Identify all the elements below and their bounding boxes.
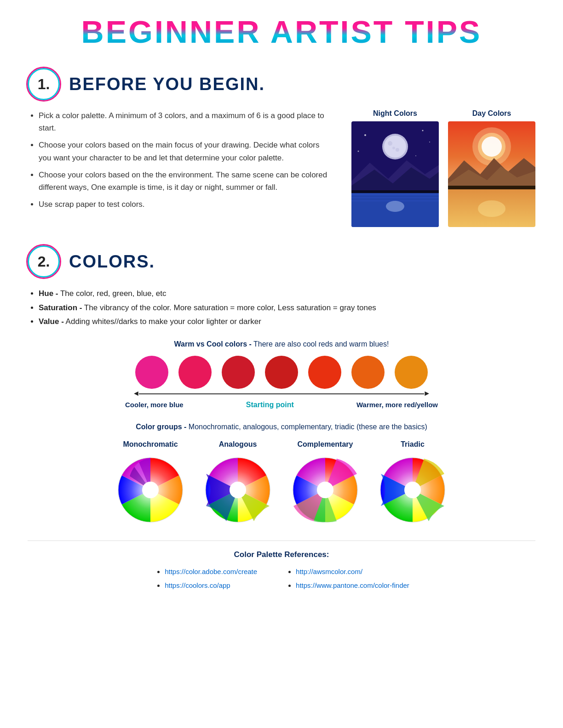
wheel-complementary: Complementary [288, 440, 362, 527]
ref-link[interactable]: https://coolors.co/app [165, 581, 230, 589]
color-circle [135, 356, 168, 389]
color-circle [308, 356, 341, 389]
section-1-title: BEFORE YOU BEGIN. [69, 74, 265, 94]
wheel-monochromatic: Monochromatic [114, 440, 187, 527]
color-wheels-row: Monochromatic [28, 440, 535, 527]
warm-cool-label: Warm vs Cool colors - There are also coo… [28, 340, 535, 348]
list-item: Choose your colors based on the the envi… [39, 169, 333, 193]
color-circle [178, 356, 212, 389]
section-2-number: 2. [28, 245, 60, 278]
wheel-name: Analogous [219, 440, 257, 449]
svg-point-35 [230, 482, 246, 498]
list-item: Hue - The color, red, green, blue, etc [39, 287, 535, 301]
ref-link[interactable]: https://www.pantone.com/color-finder [296, 581, 409, 589]
svg-point-39 [317, 482, 333, 498]
list-item: Saturation - The vibrancy of the color. … [39, 301, 535, 315]
arrow-row [28, 393, 535, 394]
references-cols: https://color.adobe.com/create https://c… [28, 565, 535, 592]
svg-point-4 [396, 148, 399, 152]
color-groups-label: Color groups - Monochromatic, analogous,… [28, 423, 535, 431]
color-circle [351, 356, 385, 389]
section-1-header: 1. BEFORE YOU BEGIN. [28, 68, 535, 100]
list-item: https://color.adobe.com/create [165, 565, 257, 579]
list-item: Pick a color palette. A minimum of 3 col… [39, 109, 333, 134]
page-title: BEGINNER ARTIST TIPS [28, 14, 535, 50]
night-label: Night Colors [373, 109, 417, 118]
ref-link[interactable]: https://color.adobe.com/create [165, 568, 257, 575]
svg-point-17 [358, 151, 359, 152]
wheel-triadic: Triadic [376, 440, 449, 527]
ref-list-left: https://color.adobe.com/create https://c… [154, 565, 257, 592]
warmer-label: Warmer, more red/yellow [356, 401, 438, 409]
starting-point-label: Starting point [246, 401, 294, 409]
color-terms-list: Hue - The color, red, green, blue, etc S… [28, 287, 535, 329]
svg-point-3 [388, 141, 392, 146]
wheel-analogous: Analogous [201, 440, 275, 527]
color-circle [222, 356, 255, 389]
day-label: Day Colors [472, 109, 511, 118]
color-circle [395, 356, 428, 389]
term-saturation: Saturation - [39, 303, 82, 312]
svg-point-43 [404, 482, 421, 498]
svg-point-16 [429, 142, 430, 142]
night-col: Night Colors [351, 109, 439, 227]
ref-link[interactable]: http://awsmcolor.com/ [296, 568, 362, 575]
svg-point-15 [422, 130, 424, 131]
list-item: http://awsmcolor.com/ [296, 565, 409, 579]
color-circles-row [28, 356, 535, 389]
section-1-content: Pick a color palette. A minimum of 3 col… [28, 109, 535, 227]
color-circle [265, 356, 298, 389]
list-item: https://www.pantone.com/color-finder [296, 579, 409, 592]
svg-point-22 [482, 136, 502, 157]
section-2: 2. COLORS. Hue - The color, red, green, … [28, 245, 535, 592]
wheel-name: Monochromatic [123, 440, 178, 449]
svg-rect-25 [448, 186, 535, 189]
section-1-bullet-list: Pick a color palette. A minimum of 3 col… [28, 109, 333, 210]
svg-point-31 [142, 482, 159, 498]
cooler-label: Cooler, more blue [125, 401, 184, 409]
arrow-labels: Cooler, more blue Starting point Warmer,… [125, 401, 438, 409]
ref-list-right: http://awsmcolor.com/ https://www.panton… [285, 565, 409, 592]
svg-rect-13 [351, 190, 439, 193]
svg-point-12 [386, 201, 404, 212]
svg-rect-9 [351, 194, 439, 195]
list-item: Use scrap paper to test colors. [39, 198, 333, 210]
section-1-bullets-area: Pick a color palette. A minimum of 3 col… [28, 109, 333, 227]
term-value: Value - [39, 317, 64, 326]
list-item: Choose your colors based on the main foc… [39, 139, 333, 164]
references-section: Color Palette References: https://color.… [28, 540, 535, 592]
day-scene [448, 121, 535, 227]
arrow-line [139, 393, 424, 394]
wheel-name: Triadic [401, 440, 425, 449]
section-2-title: COLORS. [69, 252, 155, 272]
svg-point-27 [478, 200, 506, 217]
list-item: Value - Adding whites//darks to make you… [39, 315, 535, 329]
wheel-name: Complementary [298, 440, 353, 449]
night-scene [351, 121, 439, 227]
svg-point-18 [415, 155, 416, 156]
section-1-number: 1. [28, 68, 60, 100]
term-hue: Hue - [39, 289, 58, 298]
svg-point-14 [364, 134, 366, 136]
svg-point-5 [392, 147, 395, 149]
section-1: 1. BEFORE YOU BEGIN. Pick a color palett… [28, 68, 535, 227]
references-title: Color Palette References: [28, 550, 535, 559]
section-2-header: 2. COLORS. [28, 245, 535, 278]
svg-point-2 [384, 136, 406, 158]
day-col: Day Colors [448, 109, 535, 227]
list-item: https://coolors.co/app [165, 579, 257, 592]
scene-images-area: Night Colors [351, 109, 535, 227]
svg-rect-10 [351, 197, 439, 198]
